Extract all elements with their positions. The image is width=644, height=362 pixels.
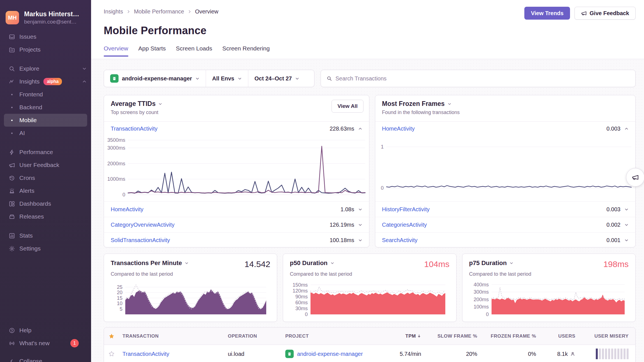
sidebar-item-help[interactable]: Help: [0, 324, 91, 337]
ttid-row[interactable]: HomeActivity 1.08s: [104, 201, 369, 217]
sidebar-item-explore[interactable]: Explore: [0, 62, 91, 75]
slow-frame-cell: 20%: [466, 351, 477, 357]
transaction-link[interactable]: TransactionActivity: [111, 126, 157, 132]
transaction-link[interactable]: CategoriesActivity: [382, 222, 427, 228]
col-project[interactable]: PROJECT: [285, 333, 378, 339]
tab-screen-loads[interactable]: Screen Loads: [176, 45, 212, 56]
average-ttids-subtitle: Top screens by count: [111, 110, 362, 115]
col-user-misery[interactable]: USER MISERY: [594, 333, 629, 339]
transaction-link[interactable]: HomeActivity: [111, 206, 143, 213]
col-slow-frame[interactable]: SLOW FRAME %: [437, 333, 477, 339]
users-cell: 8.1k: [557, 351, 575, 357]
ttid-row[interactable]: SolidTransactionActivity 100.18ms: [104, 232, 369, 247]
sidebar-item-insights[interactable]: Insights alpha: [0, 75, 91, 88]
frozen-row-expanded[interactable]: HomeActivity 0.003: [375, 122, 635, 136]
sidebar-item-settings[interactable]: Settings: [0, 242, 91, 255]
sidebar-item-crons[interactable]: Crons: [0, 171, 91, 184]
date-range-filter[interactable]: Oct 24–Oct 27: [248, 70, 305, 87]
transaction-link[interactable]: SearchActivity: [382, 237, 418, 243]
svg-text:150ms: 150ms: [293, 282, 308, 288]
table-row[interactable]: TransactionActivity ui.load android-expe…: [104, 345, 635, 362]
give-feedback-button[interactable]: Give Feedback: [574, 7, 636, 20]
transaction-link[interactable]: HomeActivity: [382, 126, 415, 132]
page-title: Mobile Performance: [104, 25, 636, 37]
ttid-row[interactable]: CategoryOverviewActivity 126.19ms: [104, 217, 369, 232]
chevron-down-icon: [330, 261, 334, 265]
chevron-down-icon[interactable]: [624, 223, 629, 227]
star-icon[interactable]: [108, 333, 122, 339]
user-menu[interactable]: MH Markus Hinterst… benjamin.coe@sent…: [0, 0, 91, 28]
sidebar-nav: Issues Projects Explore Insights alpha F…: [0, 30, 91, 255]
ttid-row-expanded[interactable]: TransactionActivity 228.63ms: [104, 122, 369, 136]
breadcrumb-insights[interactable]: Insights: [104, 8, 123, 15]
tab-app-starts[interactable]: App Starts: [138, 45, 166, 56]
frozen-row[interactable]: HistoryFilterActivity 0.003: [375, 201, 635, 217]
svg-text:90ms: 90ms: [295, 294, 308, 300]
svg-text:1000ms: 1000ms: [107, 176, 125, 182]
chevron-down-icon[interactable]: [358, 238, 362, 242]
chevron-up-icon: [82, 79, 87, 84]
table-header: TRANSACTION OPERATION PROJECT TPM SLOW F…: [104, 328, 635, 345]
star-outline-icon[interactable]: [108, 351, 122, 357]
view-trends-button[interactable]: View Trends: [524, 7, 570, 20]
search-icon: [326, 76, 332, 81]
sidebar-item-dashboards[interactable]: Dashboards: [0, 197, 91, 210]
frozen-row[interactable]: SearchActivity 0.001: [375, 232, 635, 247]
sidebar-item-frontend[interactable]: Frontend: [0, 88, 91, 101]
lightning-icon: [8, 149, 15, 156]
transaction-link[interactable]: TransactionActivity: [122, 351, 228, 357]
view-all-button[interactable]: View All: [332, 100, 363, 113]
col-tpm[interactable]: TPM: [406, 333, 421, 339]
chevron-down-icon[interactable]: [358, 207, 362, 212]
explore-icon: [8, 65, 15, 72]
project-filter[interactable]: android-expense-manager: [104, 70, 206, 87]
svg-text:200ms: 200ms: [474, 297, 489, 302]
sidebar-item-stats[interactable]: Stats: [0, 229, 91, 242]
breadcrumb-mobile-performance[interactable]: Mobile Performance: [134, 8, 184, 15]
chevron-down-icon[interactable]: [624, 207, 629, 212]
chevron-down-icon: [448, 102, 451, 106]
sidebar-item-releases[interactable]: Releases: [0, 210, 91, 223]
sidebar-item-whats-new[interactable]: What's new 1: [0, 337, 91, 350]
col-transaction[interactable]: TRANSACTION: [122, 333, 228, 339]
search-input[interactable]: [335, 75, 630, 82]
p50-title[interactable]: p50 Duration: [290, 259, 334, 267]
p50-panel: p50 Duration 104ms Compared to the last …: [283, 254, 456, 322]
sidebar-item-backend[interactable]: Backend: [0, 101, 91, 114]
average-ttids-title[interactable]: Average TTIDs: [111, 100, 362, 108]
sidebar-item-projects[interactable]: Projects: [0, 43, 91, 56]
project-cell[interactable]: android-expense-manager: [285, 350, 378, 358]
p75-value: 198ms: [603, 259, 629, 269]
svg-text:15: 15: [117, 295, 122, 301]
chevron-up-icon[interactable]: [624, 127, 629, 131]
breadcrumb: Insights Mobile Performance Overview: [104, 7, 218, 15]
sidebar-item-user-feedback[interactable]: User Feedback: [0, 159, 91, 171]
tpm-cell: 5.74/min: [400, 351, 421, 357]
transaction-link[interactable]: CategoryOverviewActivity: [111, 222, 175, 228]
chevron-down-icon[interactable]: [624, 238, 629, 242]
chevron-down-icon[interactable]: [358, 223, 362, 227]
sidebar-item-alerts[interactable]: Alerts: [0, 184, 91, 197]
tpm-title[interactable]: Transactions Per Minute: [111, 259, 189, 267]
tab-screen-rendering[interactable]: Screen Rendering: [222, 45, 270, 56]
col-frozen-frame[interactable]: FROZEN FRAME %: [491, 333, 536, 339]
sidebar-item-mobile[interactable]: Mobile: [4, 114, 87, 127]
feedback-fab[interactable]: [626, 168, 644, 187]
sidebar-item-performance[interactable]: Performance: [0, 146, 91, 159]
p75-title[interactable]: p75 Duration: [469, 259, 513, 267]
sidebar-item-ai[interactable]: AI: [0, 127, 91, 140]
col-operation[interactable]: OPERATION: [228, 333, 285, 339]
transaction-link[interactable]: SolidTransactionActivity: [111, 237, 170, 243]
chevron-up-icon[interactable]: [358, 127, 362, 131]
sidebar-item-issues[interactable]: Issues: [0, 30, 91, 43]
svg-text:10: 10: [117, 301, 122, 306]
col-users[interactable]: USERS: [558, 333, 575, 339]
transaction-link[interactable]: HistoryFilterActivity: [382, 206, 430, 213]
most-frozen-frames-title[interactable]: Most Frozen Frames: [382, 100, 629, 108]
ttid-chart: 3500ms3000ms2000ms1000ms0: [104, 136, 369, 201]
tab-overview[interactable]: Overview: [104, 45, 128, 56]
insights-icon: [8, 78, 15, 85]
frozen-row[interactable]: CategoriesActivity 0.002: [375, 217, 635, 232]
environment-filter[interactable]: All Envs: [206, 70, 248, 87]
sidebar-collapse-button[interactable]: Collapse: [0, 355, 91, 362]
